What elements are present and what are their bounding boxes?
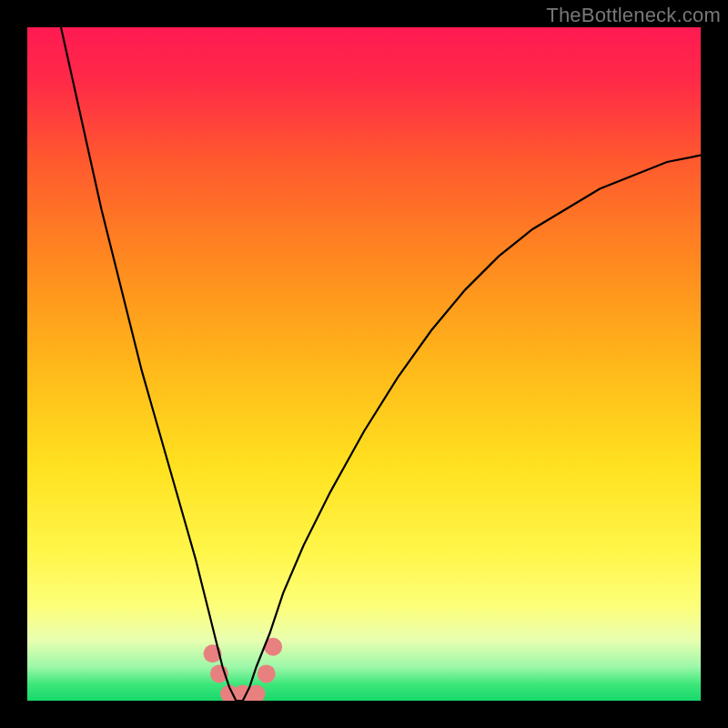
gradient-bg xyxy=(27,27,701,701)
marker-dot xyxy=(258,664,276,682)
watermark-text: TheBottleneck.com xyxy=(546,4,721,27)
bottleneck-chart xyxy=(27,27,701,701)
chart-frame xyxy=(27,27,701,701)
